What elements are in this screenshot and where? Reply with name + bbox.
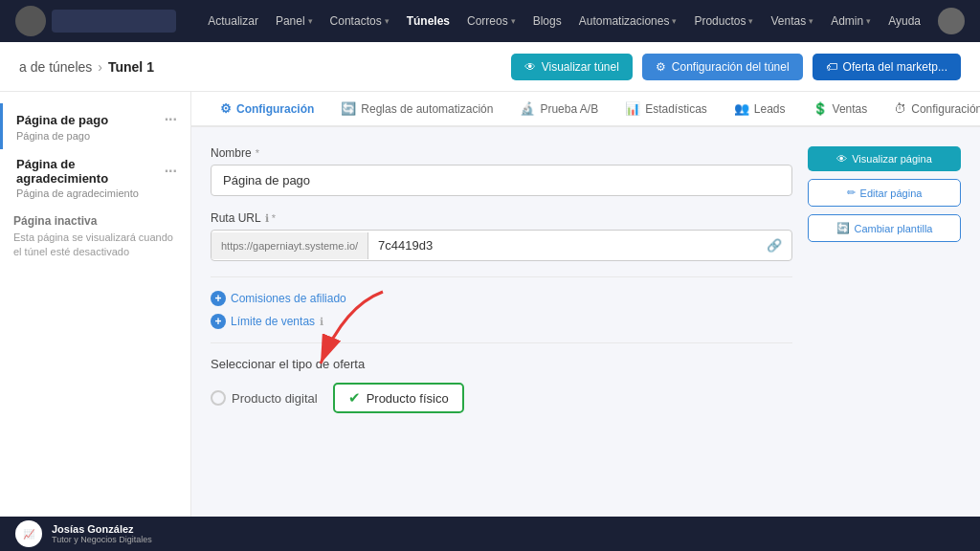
form-side-buttons: 👁 Visualizar página ✏ Editar página 🔄 Ca… <box>808 146 961 497</box>
plus-icon: + <box>211 291 226 306</box>
nombre-label: Nombre * <box>211 146 792 160</box>
refresh-icon: 🔄 <box>836 222 850 234</box>
nav-links: Actualizar Panel ▾ Contactos ▾ Túneles C… <box>200 8 965 34</box>
configuracion-tunel-button[interactable]: ⚙ Configuración del túnel <box>642 54 803 80</box>
tab-prueba-ab[interactable]: 🔬 Prueba A/B <box>506 92 612 127</box>
option-fisico-selected[interactable]: ✔ Producto físico <box>333 383 464 413</box>
url-link-icon[interactable]: 🔗 <box>757 231 791 260</box>
sidebar: Página de pago ··· Página de pago Página… <box>0 92 191 517</box>
ruta-label: Ruta URL ℹ * <box>211 211 792 225</box>
chevron-down-icon: ▾ <box>672 16 677 26</box>
top-navigation: Actualizar Panel ▾ Contactos ▾ Túneles C… <box>0 0 980 42</box>
tabs-bar: ⚙ Configuración 🔄 Reglas de automatizaci… <box>191 92 980 127</box>
editar-pagina-button[interactable]: ✏ Editar página <box>808 179 961 207</box>
nav-contactos[interactable]: Contactos ▾ <box>323 9 397 33</box>
sidebar-dots-pago[interactable]: ··· <box>165 111 177 128</box>
breadcrumb-actions: 👁 Visualizar túnel ⚙ Configuración del t… <box>511 54 961 80</box>
nombre-group: Nombre * <box>211 146 792 196</box>
tab-ventas[interactable]: 💲 Ventas <box>799 92 881 127</box>
tab-leads[interactable]: 👥 Leads <box>721 92 799 127</box>
visualizar-pagina-button[interactable]: 👁 Visualizar página <box>808 146 961 171</box>
option-digital[interactable]: Producto digital <box>211 390 318 406</box>
main-layout: Página de pago ··· Página de pago Página… <box>0 92 980 517</box>
search-input[interactable] <box>52 10 176 33</box>
eye-icon: 👁 <box>524 60 536 74</box>
limite-link[interactable]: + Límite de ventas ℹ <box>211 314 792 329</box>
nav-productos[interactable]: Productos ▾ <box>686 9 761 33</box>
chevron-down-icon: ▾ <box>308 16 313 26</box>
eye-icon-side: 👁 <box>836 153 847 165</box>
reglas-tab-icon: 🔄 <box>341 101 356 116</box>
check-icon: ✔ <box>348 389 361 407</box>
nav-ventas[interactable]: Ventas ▾ <box>763 9 821 33</box>
content-area: ⚙ Configuración 🔄 Reglas de automatizaci… <box>191 92 980 517</box>
chevron-down-icon: ▾ <box>385 16 390 26</box>
tab-configuracion-plazo[interactable]: ⏱ Configuración del plazo <box>880 92 980 127</box>
ventas-tab-icon: 💲 <box>813 101 828 116</box>
ruta-group: Ruta URL ℹ * https://gaperniayt.systeme.… <box>211 211 792 261</box>
tab-configuracion[interactable]: ⚙ Configuración <box>207 92 327 127</box>
nav-automatizaciones[interactable]: Automatizaciones ▾ <box>571 9 685 33</box>
nav-panel[interactable]: Panel ▾ <box>268 9 321 33</box>
footer: 📈 Josías González Tutor y Negocios Digit… <box>0 517 980 551</box>
footer-logo: 📈 <box>15 520 42 547</box>
footer-sub: Tutor y Negocios Digitales <box>52 535 152 544</box>
visualizar-tunel-button[interactable]: 👁 Visualizar túnel <box>511 54 633 80</box>
oferta-marketplace-button[interactable]: 🏷 Oferta del marketp... <box>813 54 961 80</box>
offer-section: Seleccionar el tipo de oferta Producto d… <box>211 357 792 413</box>
prueba-tab-icon: 🔬 <box>520 101 535 116</box>
nav-admin[interactable]: Admin ▾ <box>823 9 879 33</box>
gear-tab-icon: ⚙ <box>220 101 232 116</box>
breadcrumb: a de túneles › Tunel 1 <box>19 59 154 75</box>
sidebar-dots-agradecimiento[interactable]: ··· <box>165 163 177 180</box>
radio-digital[interactable] <box>211 390 226 406</box>
nav-ayuda[interactable]: Ayuda <box>880 9 928 33</box>
tag-icon: 🏷 <box>826 60 837 74</box>
leads-tab-icon: 👥 <box>734 101 749 116</box>
tab-reglas[interactable]: 🔄 Reglas de automatización <box>327 92 506 127</box>
chevron-down-icon: ▾ <box>748 16 753 26</box>
estadisticas-tab-icon: 📊 <box>625 101 640 116</box>
form-area: Nombre * Ruta URL ℹ * https://gaperniayt… <box>191 127 980 517</box>
url-value-field[interactable]: 7c4419d3 <box>368 231 757 260</box>
nav-tuneles[interactable]: Túneles <box>399 9 457 33</box>
offer-label: Seleccionar el tipo de oferta <box>211 357 792 371</box>
info-icon: ℹ <box>320 316 323 328</box>
edit-icon: ✏ <box>847 187 856 199</box>
tab-estadisticas[interactable]: 📊 Estadísticas <box>612 92 721 127</box>
avatar <box>15 6 46 36</box>
chevron-down-icon: ▾ <box>511 16 516 26</box>
breadcrumb-separator: › <box>98 59 102 75</box>
footer-name: Josías González <box>52 523 152 535</box>
divider-1 <box>211 276 792 277</box>
sidebar-inactive: Página inactiva Esta página se visualiza… <box>0 207 190 268</box>
user-avatar[interactable] <box>938 8 965 34</box>
nav-correos[interactable]: Correos ▾ <box>459 9 523 33</box>
gear-icon: ⚙ <box>656 60 666 74</box>
cambiar-plantilla-button[interactable]: 🔄 Cambiar plantilla <box>808 214 961 242</box>
breadcrumb-bar: a de túneles › Tunel 1 👁 Visualizar túne… <box>0 42 980 92</box>
url-group: https://gaperniayt.systeme.io/ 7c4419d3 … <box>211 230 792 261</box>
offer-options: Producto digital ✔ Producto físico <box>211 383 792 413</box>
sidebar-item-agradecimiento[interactable]: Página de agradecimiento ··· Página de a… <box>0 149 190 207</box>
divider-2 <box>211 342 792 343</box>
form-main: Nombre * Ruta URL ℹ * https://gaperniayt… <box>211 146 792 497</box>
url-prefix: https://gaperniayt.systeme.io/ <box>212 232 368 259</box>
comisiones-link[interactable]: + Comisiones de afiliado <box>211 291 792 306</box>
plus-icon-2: + <box>211 314 226 329</box>
nombre-input[interactable] <box>211 165 792 196</box>
sidebar-item-pagina-pago[interactable]: Página de pago ··· Página de pago <box>0 103 190 149</box>
plazo-tab-icon: ⏱ <box>894 101 906 116</box>
chevron-down-icon: ▾ <box>809 16 813 26</box>
chevron-down-icon: ▾ <box>866 16 871 26</box>
nav-blogs[interactable]: Blogs <box>525 9 569 33</box>
nav-actualizar[interactable]: Actualizar <box>200 9 266 33</box>
